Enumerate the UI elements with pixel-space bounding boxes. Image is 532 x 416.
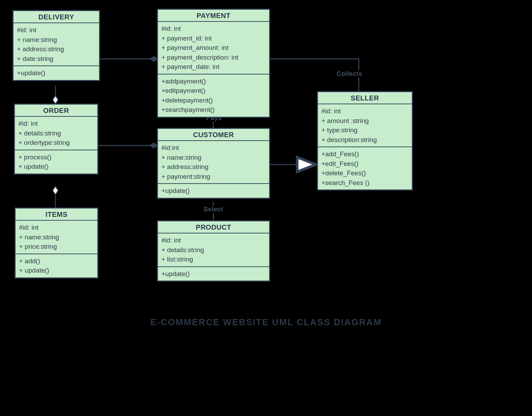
attr: #id: int [161, 236, 266, 245]
op: +update() [161, 269, 266, 279]
class-attributes: #id: int + details:string + list:string [158, 233, 269, 267]
class-operations: + add() + update() [16, 254, 97, 277]
op: +searchpayment() [161, 105, 266, 115]
attr: #id: int [161, 24, 266, 34]
class-product: PRODUCT #id: int + details:string + list… [157, 220, 270, 282]
class-operations: +update() [158, 267, 269, 281]
attr: #id: int [321, 106, 408, 116]
attr: + payment_date: int [161, 62, 266, 72]
attr: + payment_description: int [161, 53, 266, 62]
class-customer: CUSTOMER #id:int + name:string + address… [157, 128, 270, 199]
attr: + name:string [17, 35, 96, 45]
attr: + description:string [321, 135, 408, 145]
label-collects: Collects [336, 70, 363, 78]
attr: + date:string [17, 54, 96, 64]
attr: + payment_id: int [161, 34, 266, 43]
attr: + list:string [161, 255, 266, 264]
attr: #id: int [17, 25, 96, 35]
attr: #id: int [18, 119, 94, 129]
class-title: DELIVERY [14, 11, 99, 23]
op: +edit_Fees() [321, 159, 408, 169]
class-attributes: #id: int + name:string + address:string … [14, 23, 99, 66]
op: +addpayment() [161, 77, 266, 86]
op: +search_Fees () [321, 178, 408, 188]
class-seller: SELLER #id: int + amount :string + type:… [317, 91, 413, 191]
class-items: ITEMS #id: int + name:string + price:str… [15, 207, 98, 278]
attr: + ordertype:string [18, 138, 94, 148]
op: + update() [19, 266, 94, 275]
op: +update() [17, 68, 96, 78]
class-order: ORDER #id: int + details:string + ordert… [14, 104, 98, 175]
class-attributes: #id:int + name:string + address:string +… [158, 141, 269, 184]
class-delivery: DELIVERY #id: int + name:string + addres… [12, 10, 100, 81]
op: +delete_Fees() [321, 168, 408, 178]
svg-marker-6 [53, 96, 58, 104]
class-title: SELLER [318, 92, 412, 104]
class-operations: +update() [14, 66, 99, 80]
attr: #id:int [161, 143, 266, 153]
op: +update() [161, 186, 266, 196]
class-title: CUSTOMER [158, 129, 269, 141]
uml-diagram: Collects Pays Select DELIVERY #id: int +… [0, 0, 532, 416]
class-operations: +update() [158, 184, 269, 198]
label-select: Select [203, 206, 224, 213]
diagram-caption: E-COMMERCE WEBSITE UML CLASS DIAGRAM [0, 317, 532, 328]
class-title: PAYMENT [158, 10, 269, 22]
svg-marker-8 [53, 186, 58, 195]
op: + update() [18, 162, 94, 171]
class-operations: + process() + update() [15, 150, 97, 174]
class-operations: +addpayment() +editpayment() +deletepaym… [158, 74, 269, 117]
class-attributes: #id: int + details:string + ordertype:st… [15, 117, 97, 150]
class-title: ITEMS [16, 209, 97, 221]
op: +deletepayment() [161, 96, 266, 105]
class-attributes: #id: int + amount :string + type:string … [318, 104, 412, 147]
attr: + details:string [161, 245, 266, 255]
attr: + details:string [18, 129, 94, 138]
attr: + price:string [19, 242, 94, 251]
class-attributes: #id: int + name:string + price:string [16, 221, 97, 254]
attr: + name:string [161, 153, 266, 162]
class-title: PRODUCT [158, 221, 269, 233]
attr: + amount :string [321, 116, 408, 126]
attr: + name:string [19, 232, 94, 242]
attr: + address:string [17, 44, 96, 54]
attr: + payment_amount: int [161, 43, 266, 53]
class-attributes: #id: int + payment_id: int + payment_amo… [158, 22, 269, 74]
class-payment: PAYMENT #id: int + payment_id: int + pay… [157, 9, 270, 118]
class-operations: +add_Fees() +edit_Fees() +delete_Fees() … [318, 147, 412, 189]
attr: #id: int [19, 223, 94, 232]
op: + process() [18, 152, 94, 162]
op: +editpayment() [161, 86, 266, 96]
attr: + payment:string [161, 172, 266, 182]
class-title: ORDER [15, 105, 97, 117]
attr: + address:string [161, 162, 266, 172]
op: + add() [19, 256, 94, 266]
attr: + type:string [321, 125, 408, 135]
op: +add_Fees() [321, 149, 408, 159]
